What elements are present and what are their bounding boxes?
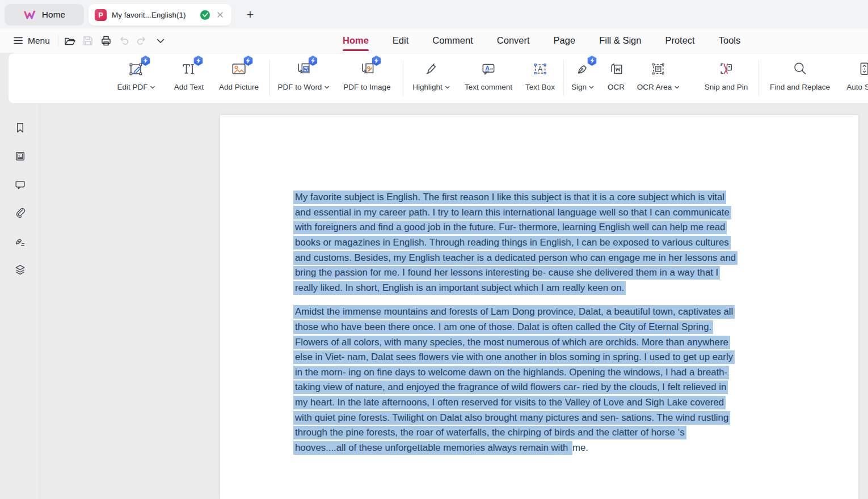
tab-comment[interactable]: Comment <box>432 28 473 53</box>
edit-pdf-button[interactable]: Edit PDF <box>117 59 155 91</box>
tab-protect[interactable]: Protect <box>665 28 694 53</box>
ocr-icon <box>606 59 626 78</box>
tab-fill-and-sign[interactable]: Fill & Sign <box>599 28 641 53</box>
window-tab-bar: Home P My favorit...English(1) + <box>0 0 868 28</box>
ocr-area-button[interactable]: OCR Area <box>637 59 680 91</box>
close-tab-icon[interactable] <box>215 10 225 20</box>
text-comment-label: Text comment <box>465 83 512 91</box>
svg-text:A: A <box>538 65 543 73</box>
save-icon[interactable] <box>81 33 95 48</box>
ocr-area-icon <box>648 59 668 78</box>
snip-and-pin-icon <box>717 59 736 78</box>
add-picture-label: Add Picture <box>219 83 259 91</box>
auto-scroll-button[interactable]: Auto Scroll <box>846 59 868 91</box>
highlight-button[interactable]: Highlight <box>412 59 450 91</box>
paragraph-2: Amidst the immense mountains and forests… <box>293 305 738 455</box>
text-line[interactable]: books or magazines in English. Through r… <box>293 235 738 251</box>
chevron-down-icon[interactable] <box>153 33 168 48</box>
ocr-area-label: OCR Area <box>637 83 672 91</box>
sign-icon <box>573 59 592 78</box>
snip-and-pin-button[interactable]: Snip and Pin <box>705 59 748 91</box>
text-line[interactable]: with foreigners and find a good job in t… <box>293 220 738 235</box>
pdf-to-word-button[interactable]: PDF to Word <box>278 59 330 91</box>
add-picture-icon <box>229 59 248 78</box>
dropdown-chevron-icon <box>674 86 679 89</box>
toolbar-divider <box>563 60 564 96</box>
thumbnails-icon[interactable] <box>14 150 26 162</box>
layers-icon[interactable] <box>14 264 26 276</box>
tab-convert[interactable]: Convert <box>497 28 530 53</box>
saved-check-icon <box>200 10 210 20</box>
edit-pdf-icon <box>127 59 146 78</box>
paragraph-1: My favorite subject is English. The firs… <box>293 190 738 295</box>
text-line[interactable]: bring the passion for me. I found her le… <box>293 265 738 281</box>
tab-edit[interactable]: Edit <box>393 28 408 53</box>
text-line[interactable]: and essential in my career path. I try t… <box>293 205 738 221</box>
document-text: My favorite subject is English. The firs… <box>293 190 738 464</box>
wps-logo-icon <box>23 9 37 20</box>
add-text-icon <box>179 59 199 78</box>
text-line[interactable]: taking view of nature, and enjoyed the f… <box>293 380 738 395</box>
menu-row: Menu Home Edit Comment Convert Page Fill… <box>0 28 868 53</box>
toolbar-divider <box>403 60 403 96</box>
pdf-to-word-label: PDF to Word <box>278 83 322 91</box>
find-and-replace-label: Find and Replace <box>770 83 830 91</box>
ocr-button[interactable]: OCR <box>606 59 626 91</box>
pdf-to-image-button[interactable]: PDF to Image <box>343 59 390 91</box>
toolbar-divider <box>269 60 270 96</box>
ribbon-tabs: Home Edit Comment Convert Page Fill & Si… <box>343 28 740 53</box>
sidebar-divider <box>40 104 40 499</box>
ocr-label: OCR <box>608 83 625 91</box>
text-line[interactable]: My favorite subject is English. The firs… <box>293 190 738 205</box>
signature-icon[interactable] <box>14 235 26 247</box>
document-page: My favorite subject is English. The firs… <box>220 115 858 499</box>
find-and-replace-button[interactable]: Find and Replace <box>770 59 830 91</box>
highlight-icon <box>422 59 441 78</box>
bookmark-icon[interactable] <box>14 122 26 134</box>
text-line[interactable]: and customs. Besides, my English teacher… <box>293 250 738 265</box>
pdf-file-icon: P <box>95 9 107 21</box>
tab-home[interactable]: Home <box>343 28 369 53</box>
dropdown-chevron-icon <box>445 86 450 89</box>
print-icon[interactable] <box>99 33 113 48</box>
text-line[interactable]: through the pine forests, the roar of wa… <box>293 425 738 441</box>
tab-tools[interactable]: Tools <box>719 28 741 53</box>
toolbar-panel: Edit PDF Add Text Add Picture <box>8 53 868 104</box>
text-comment-icon: A <box>479 59 498 78</box>
add-text-button[interactable]: Add Text <box>174 59 204 91</box>
tab-page[interactable]: Page <box>554 28 576 53</box>
text-line[interactable]: really liked. In short, English is an im… <box>293 281 738 296</box>
add-picture-button[interactable]: Add Picture <box>219 59 259 91</box>
document-tab-title: My favorit...English(1) <box>112 11 195 19</box>
add-text-label: Add Text <box>174 83 204 91</box>
undo-icon[interactable] <box>117 33 132 48</box>
text-comment-button[interactable]: A Text comment <box>465 59 512 91</box>
text-line[interactable]: else in Viet- nam, Dalat sees flowers vi… <box>293 350 738 365</box>
text-line[interactable]: those who have been there once. I am one… <box>293 320 738 335</box>
open-folder-icon[interactable] <box>62 33 77 48</box>
text-line[interactable]: Flowers of all colors, with many species… <box>293 335 738 350</box>
text-line[interactable]: my heart. In the late afternoons, I ofte… <box>293 395 738 411</box>
text-line[interactable]: Amidst the immense mountains and forests… <box>293 305 738 320</box>
menu-button[interactable]: Menu <box>14 33 50 48</box>
text-line[interactable]: in the morn- ing on fine days to welcome… <box>293 365 738 380</box>
auto-scroll-label: Auto Scroll <box>846 83 868 91</box>
text-box-label: Text Box <box>525 83 555 91</box>
auto-scroll-icon <box>856 59 868 78</box>
unselected-text: me. <box>572 441 588 455</box>
sign-button[interactable]: Sign <box>571 59 594 91</box>
svg-text:A: A <box>485 65 490 71</box>
new-tab-button[interactable]: + <box>243 7 258 22</box>
text-line[interactable]: with quiet pine forests. Twilight on Dal… <box>293 410 738 425</box>
attachments-icon[interactable] <box>14 207 26 219</box>
home-tab[interactable]: Home <box>5 4 84 26</box>
text-line[interactable]: hooves....all of these unforgettable mem… <box>293 441 738 456</box>
document-tab[interactable]: P My favorit...English(1) <box>89 4 231 26</box>
find-and-replace-icon <box>790 59 810 78</box>
comments-icon[interactable] <box>14 179 26 191</box>
dropdown-chevron-icon <box>589 86 594 89</box>
pdf-to-image-icon <box>357 59 377 78</box>
text-box-button[interactable]: A Text Box <box>525 59 555 91</box>
menu-label: Menu <box>28 36 50 46</box>
redo-icon[interactable] <box>134 33 149 48</box>
